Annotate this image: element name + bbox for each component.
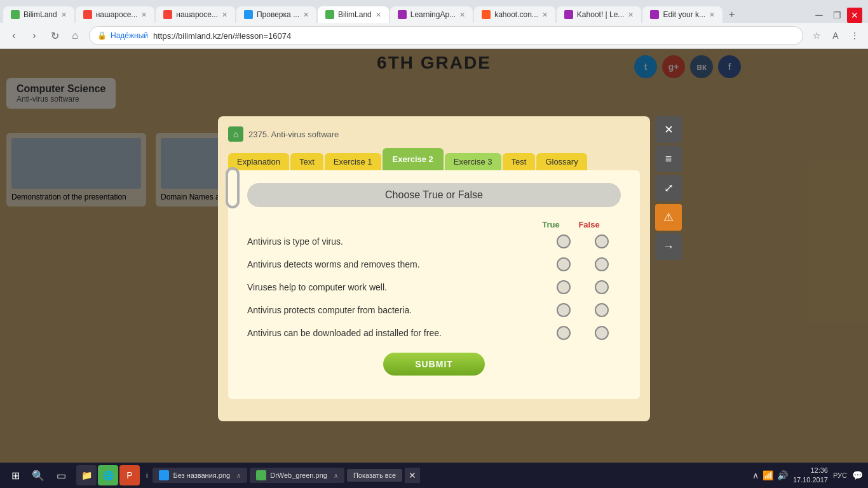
true-radio-group-5 <box>545 326 583 340</box>
back-button[interactable]: ‹ <box>5 27 23 44</box>
secure-label: Надёжный <box>111 31 148 40</box>
tab-close[interactable]: ✕ <box>709 11 715 19</box>
tab-exercise1[interactable]: Exercise 1 <box>325 153 381 170</box>
page-background: 6TH GRADE Computer Science Anti-virus so… <box>0 49 868 488</box>
false-radio-2[interactable] <box>595 257 609 271</box>
tab-favicon <box>482 10 491 19</box>
false-radio-3[interactable] <box>595 280 609 294</box>
tab-edit[interactable]: Edit your k... ✕ <box>642 6 722 23</box>
taskbar-right: ∧ 📶 🔊 12:36 17.10.2017 РУС 💬 <box>752 466 863 485</box>
downloads-close-button[interactable]: ✕ <box>405 468 420 483</box>
tab-close[interactable]: ✕ <box>459 11 465 19</box>
tab-kahoot-1[interactable]: kahoot.con... ✕ <box>474 6 555 23</box>
modal-expand-button[interactable]: ⤢ <box>655 175 682 201</box>
tab-exercise1-label: Exercise 1 <box>334 157 372 166</box>
table-row: Antivirus can be downloaded ad installed… <box>247 326 621 340</box>
tab-close[interactable]: ✕ <box>61 11 67 19</box>
tab-test[interactable]: Test <box>503 153 536 170</box>
tab-learning[interactable]: LearningAp... ✕ <box>390 6 473 23</box>
modal-header: ⌂ 2375. Anti-virus software <box>228 126 640 142</box>
false-radio-4[interactable] <box>595 303 609 317</box>
taskbar-download-1[interactable]: Без названия.png ∧ <box>153 468 247 483</box>
tab-close[interactable]: ✕ <box>628 11 634 19</box>
powerpoint-app[interactable]: P <box>119 465 140 485</box>
radio-group-2 <box>545 257 621 271</box>
bookmark-button[interactable]: ☆ <box>808 27 825 44</box>
minimize-button[interactable]: ─ <box>811 8 827 23</box>
lesson-label: 2375. Anti-virus software <box>248 130 339 139</box>
tab-text-label: Text <box>299 157 315 166</box>
tab-close[interactable]: ✕ <box>303 11 309 19</box>
forward-button[interactable]: › <box>25 27 43 44</box>
new-tab-button[interactable]: + <box>724 6 740 23</box>
tab-close[interactable]: ✕ <box>222 11 227 19</box>
windows-start-button[interactable]: ⊞ <box>5 465 25 485</box>
tab-close[interactable]: ✕ <box>542 11 548 19</box>
tab-exercise2-label: Exercise 2 <box>393 154 433 164</box>
download-label-2: DrWeb_green.png <box>270 471 327 479</box>
true-radio-group-1 <box>545 234 583 248</box>
tab-favicon <box>163 10 172 19</box>
address-bar[interactable]: 🔒 Надёжный https://bilimland.kz/en/#less… <box>89 26 803 45</box>
submit-button[interactable]: SUBMIT <box>383 353 485 376</box>
tab-label: Kahoot! | Le... <box>577 10 625 19</box>
home-button[interactable]: ⌂ <box>66 27 84 44</box>
tab-close[interactable]: ✕ <box>141 11 147 19</box>
tab-favicon <box>325 10 334 19</box>
notifications-button[interactable]: 💬 <box>852 470 863 480</box>
show-all-button[interactable]: Показать все <box>347 469 402 482</box>
tab-close[interactable]: ✕ <box>376 11 381 19</box>
tab-bilimland-active[interactable]: BilimLand ✕ <box>318 6 389 23</box>
true-column-header: True <box>532 220 570 229</box>
false-radio-group-4 <box>583 303 621 317</box>
true-radio-group-3 <box>545 280 583 294</box>
true-radio-4[interactable] <box>557 303 571 317</box>
radio-group-3 <box>545 280 621 294</box>
tray-up-icon: ∧ <box>752 470 759 480</box>
chrome-app[interactable]: 🌐 <box>98 465 118 485</box>
clock-time: 12:36 <box>793 466 828 475</box>
taskbar-download-2[interactable]: DrWeb_green.png ∧ <box>250 468 344 483</box>
system-clock: 12:36 17.10.2017 <box>793 466 828 485</box>
true-radio-5[interactable] <box>557 326 571 340</box>
tab-proverka[interactable]: Проверка ... ✕ <box>236 6 316 23</box>
clock-date: 17.10.2017 <box>793 475 828 485</box>
tab-nosh-1[interactable]: нашаросе... ✕ <box>76 6 155 23</box>
close-window-button[interactable]: ✕ <box>847 8 862 23</box>
download-close-2[interactable]: ∧ <box>334 472 338 479</box>
modal-warn-button[interactable]: ⚠ <box>655 204 682 231</box>
tab-favicon <box>650 10 659 19</box>
modal-home-button[interactable]: ⌂ <box>228 126 243 142</box>
true-radio-1[interactable] <box>557 234 571 248</box>
modal-menu-button[interactable]: ≡ <box>655 146 682 172</box>
true-radio-2[interactable] <box>557 257 571 271</box>
tab-nosh-2[interactable]: нашаросе... ✕ <box>156 6 235 23</box>
search-button[interactable]: 🔍 <box>28 465 48 485</box>
tab-glossary[interactable]: Glossary <box>536 153 587 170</box>
tab-kahoot-2[interactable]: Kahoot! | Le... ✕ <box>557 6 642 23</box>
tab-text[interactable]: Text <box>290 153 323 170</box>
question-header: Choose True or False <box>247 183 621 207</box>
tab-favicon <box>564 10 573 19</box>
download-close-1[interactable]: ∧ <box>236 472 241 479</box>
file-explorer-app[interactable]: 📁 <box>76 465 97 485</box>
task-view-button[interactable]: ▭ <box>51 465 71 485</box>
modal-close-button[interactable]: ✕ <box>655 116 682 143</box>
true-radio-3[interactable] <box>557 280 571 294</box>
download-label-1: Без названия.png <box>173 471 230 479</box>
tab-exercise3[interactable]: Exercise 3 <box>445 153 501 170</box>
reload-button[interactable]: ↻ <box>46 27 64 44</box>
false-radio-group-2 <box>583 257 621 271</box>
false-radio-5[interactable] <box>595 326 609 340</box>
tab-favicon <box>398 10 407 19</box>
address-icons: ☆ A ⋮ <box>808 27 863 44</box>
download-icon-1 <box>159 470 169 480</box>
tab-exercise2[interactable]: Exercise 2 <box>383 148 444 170</box>
false-radio-1[interactable] <box>595 234 609 248</box>
settings-button[interactable]: ⋮ <box>846 27 863 44</box>
restore-button[interactable]: ❐ <box>829 8 844 23</box>
tab-bilimland-1[interactable]: BilimLand ✕ <box>3 6 74 23</box>
radio-group-1 <box>545 234 621 248</box>
translate-button[interactable]: A <box>827 27 844 44</box>
modal-arrow-button[interactable]: → <box>655 233 682 260</box>
